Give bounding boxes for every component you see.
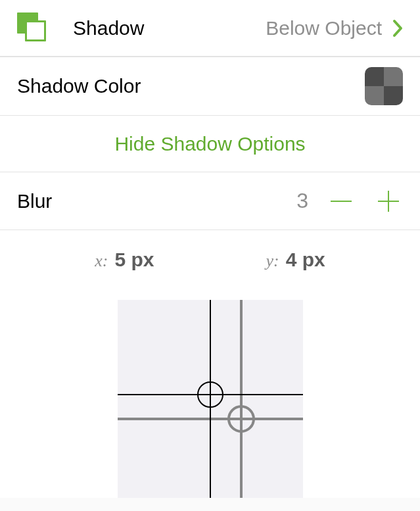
offset-secondary-vertical	[240, 300, 243, 498]
color-swatch[interactable]	[365, 67, 403, 105]
shadow-icon-container	[17, 12, 73, 44]
hide-shadow-options-button[interactable]: Hide Shadow Options	[0, 116, 420, 172]
blur-decrement-button[interactable]	[327, 187, 356, 216]
shadow-label: Shadow	[73, 17, 144, 39]
offset-readout-row: x: 5 px y: 4 px	[0, 249, 420, 271]
blur-label: Blur	[17, 190, 52, 212]
shadow-color-label: Shadow Color	[17, 75, 141, 97]
offset-x-label: x:	[95, 251, 108, 271]
offset-x-value: 5 px	[114, 249, 154, 271]
blur-value: 3	[296, 189, 308, 213]
offset-y-item: y: 4 px	[266, 249, 325, 271]
offset-x-item: x: 5 px	[95, 249, 154, 271]
offset-y-value: 4 px	[286, 249, 325, 271]
blur-row: Blur 3	[0, 172, 420, 230]
offset-grid[interactable]	[118, 300, 303, 498]
offset-section: x: 5 px y: 4 px	[0, 230, 420, 498]
offset-y-label: y:	[266, 251, 279, 271]
shadow-color-row[interactable]: Shadow Color	[0, 57, 420, 116]
offset-handle-shadow[interactable]	[227, 405, 255, 433]
blur-increment-button[interactable]	[374, 187, 403, 216]
shadow-value: Below Object	[266, 17, 382, 39]
shadow-row[interactable]: Shadow Below Object	[0, 0, 420, 57]
offset-handle-origin[interactable]	[197, 381, 223, 408]
shadow-icon	[17, 12, 49, 44]
chevron-right-icon	[392, 19, 403, 37]
hide-options-label: Hide Shadow Options	[114, 133, 305, 155]
